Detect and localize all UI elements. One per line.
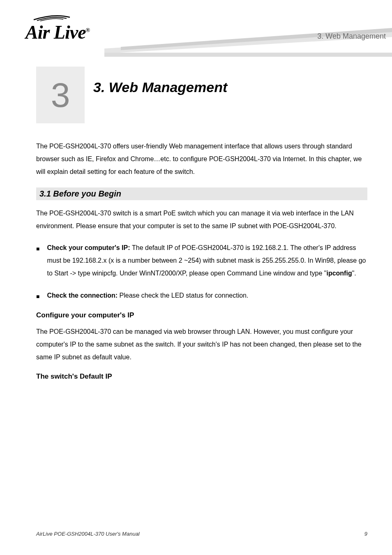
bullet-text: Check the connection: Please check the L… (47, 289, 367, 302)
content-area: The POE-GSH2004L-370 offers user-friendl… (36, 140, 367, 386)
airlive-logo: Air Live® (25, 12, 91, 43)
document-header: Air Live® 3. Web Management (0, 0, 392, 58)
header-swoosh (104, 0, 392, 60)
section-3-1-para: The POE-GSH2004L-370 switch is a smart P… (36, 207, 367, 232)
section-3-1-bar: 3.1 Before you Begin (36, 187, 367, 200)
bullet-marker-icon: ■ (36, 243, 39, 280)
page-number: 9 (364, 531, 367, 537)
configure-ip-subtitle: Configure your computer's IP (36, 311, 367, 319)
bullet-list: ■ Check your computer's IP: The default … (36, 241, 367, 302)
switch-default-ip-subtitle: The switch's Default IP (36, 372, 367, 381)
page-footer: AirLive POE-GSH2004L-370 User's Manual 9 (36, 531, 367, 537)
section-3-1-title: 3.1 Before you Begin (39, 189, 121, 198)
logo-registered: ® (86, 27, 90, 33)
chapter-number-box: 3 (36, 67, 85, 123)
bullet-item: ■ Check the connection: Please check the… (36, 289, 367, 302)
configure-ip-para: The POE-GSH2004L-370 can be managed via … (36, 325, 367, 364)
bullet-text: Check your computer's IP: The default IP… (47, 241, 367, 280)
bullet-item: ■ Check your computer's IP: The default … (36, 241, 367, 280)
header-chapter-label: 3. Web Management (317, 32, 386, 41)
bullet-marker-icon: ■ (36, 291, 39, 302)
chapter-title: 3. Web Management (93, 78, 227, 96)
logo-arc-icon (25, 12, 91, 21)
intro-paragraph: The POE-GSH2004L-370 offers user-friendl… (36, 140, 367, 178)
logo-text: Air Live® (25, 22, 90, 43)
chapter-number: 3 (51, 78, 70, 112)
footer-left: AirLive POE-GSH2004L-370 User's Manual (36, 531, 140, 537)
